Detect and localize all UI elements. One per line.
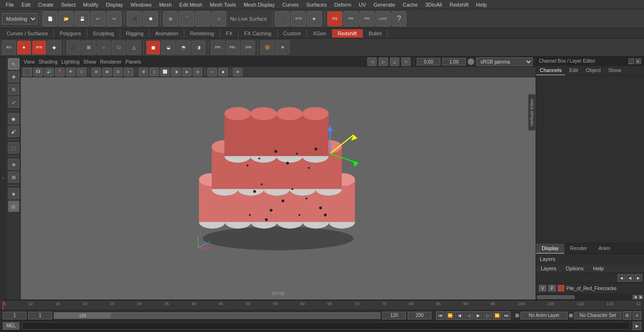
new-scene-btn[interactable]: 📄 xyxy=(42,11,58,26)
scale-tool-btn[interactable]: ⤢ xyxy=(8,97,19,108)
range-slider[interactable]: 120 xyxy=(54,312,380,319)
grid-icon-btn[interactable]: ⊞ xyxy=(82,40,96,55)
vp-loc-btn[interactable]: 📍 xyxy=(55,68,65,76)
pivot-btn[interactable]: ⊕ xyxy=(8,159,19,170)
tab-animation[interactable]: Animation xyxy=(149,29,184,38)
tab-fx[interactable]: FX xyxy=(220,29,239,38)
rs-pr-3[interactable]: ↓PR xyxy=(241,40,255,55)
vp-panels-menu[interactable]: Panels xyxy=(125,59,141,65)
camera-btn[interactable]: 🎥 xyxy=(275,11,290,26)
next-frame-btn[interactable]: ▷ xyxy=(483,311,492,320)
left-panel-toggle[interactable]: ≡ xyxy=(0,57,7,300)
prev-frame-btn[interactable]: ◀ xyxy=(455,311,463,320)
disp-tab-anim[interactable]: Anim xyxy=(593,243,616,254)
char-set-settings-btn[interactable]: ⚙ xyxy=(623,311,631,320)
render-btn[interactable]: ▶ xyxy=(307,11,322,26)
rs-icon-1[interactable]: ■ xyxy=(17,40,31,55)
snap-surface-btn[interactable]: ◇ xyxy=(211,11,226,26)
vp-grid-toggle[interactable]: ⊞ xyxy=(139,68,148,76)
vp-shading-menu[interactable]: Shading xyxy=(39,59,58,65)
layers-menu-help[interactable]: Help xyxy=(588,264,609,273)
rs-icon-2[interactable]: IPR xyxy=(32,40,46,55)
menu-mesh[interactable]: Mesh xyxy=(155,0,175,9)
rs-log-btn[interactable]: LOG xyxy=(375,11,390,26)
soft-select-btn[interactable]: ◉ xyxy=(8,113,19,124)
undo-btn[interactable]: ↩ xyxy=(91,11,106,26)
rv-btn[interactable]: RV xyxy=(2,40,16,55)
menu-cache[interactable]: Cache xyxy=(399,0,421,9)
cb-tab-channels[interactable]: Channels xyxy=(536,66,565,75)
menu-surfaces[interactable]: Surfaces xyxy=(303,0,330,9)
rs-mat-3[interactable]: ◓ xyxy=(176,40,190,55)
cam-up-btn[interactable]: △ xyxy=(390,57,399,66)
lasso-btn[interactable]: 🔲 xyxy=(143,11,158,26)
rs-btn-3[interactable]: PR xyxy=(359,11,374,26)
attribute-editor-tab[interactable]: Attribute Editor xyxy=(528,94,536,131)
menu-create[interactable]: Create xyxy=(34,0,58,9)
menu-curves[interactable]: Curves xyxy=(279,0,303,9)
menu-select[interactable]: Select xyxy=(58,0,80,9)
cam-down-btn[interactable]: ▽ xyxy=(401,57,411,66)
max-range-field[interactable]: 200 xyxy=(408,312,431,319)
transform-tool-btn[interactable]: ✥ xyxy=(8,71,19,82)
goto-start-btn[interactable]: ⏮ xyxy=(436,311,445,320)
tab-polygons[interactable]: Polygons xyxy=(54,29,87,38)
play-fwd-btn[interactable]: ▶ xyxy=(474,311,482,320)
rs-btn-2[interactable]: PR xyxy=(343,11,358,26)
menu-generate[interactable]: Generate xyxy=(370,0,399,9)
layer-v-btn[interactable]: V xyxy=(539,285,546,292)
menu-windows[interactable]: Windows xyxy=(127,0,156,9)
vp-eye-btn[interactable]: 👁 xyxy=(66,68,75,76)
vp-audio-btn[interactable]: 🔊 xyxy=(44,68,54,76)
cb-tab-object[interactable]: Object xyxy=(582,66,604,75)
vp-lighting-menu[interactable]: Lighting xyxy=(61,59,80,65)
tab-rigging[interactable]: Rigging xyxy=(120,29,149,38)
menu-display[interactable]: Display xyxy=(102,0,127,9)
open-scene-btn[interactable]: 📂 xyxy=(58,11,74,26)
menu-mesh-tools[interactable]: Mesh Tools xyxy=(206,0,239,9)
snap-grid-btn[interactable]: ⊞ xyxy=(163,11,178,26)
tab-sculpting[interactable]: Sculpting xyxy=(87,29,120,38)
select-tool-btn[interactable]: ↖ xyxy=(8,58,19,70)
scroll-left-btn[interactable]: ◀ xyxy=(633,295,637,300)
color-profile-btn[interactable] xyxy=(468,58,474,65)
vp-quality-btn[interactable]: ◇ xyxy=(207,68,217,76)
layer-p-btn[interactable]: P xyxy=(548,285,556,292)
cb-tab-show[interactable]: Show xyxy=(604,66,625,75)
save-scene-btn[interactable]: 💾 xyxy=(74,11,90,26)
tab-curves-surfaces[interactable]: Curves / Surfaces xyxy=(1,29,54,38)
rs-sphere-btn[interactable]: ◎ xyxy=(8,201,19,212)
snap-point-btn[interactable]: · xyxy=(195,11,210,26)
vp-camera-btn[interactable]: 🎥 xyxy=(23,68,32,76)
sphere-icon-btn[interactable]: ○ xyxy=(97,40,111,55)
rs-mat-2[interactable]: ◒ xyxy=(161,40,175,55)
scroll-right-btn[interactable]: ▶ xyxy=(638,295,643,300)
char-set-field[interactable]: No Character Set xyxy=(574,312,621,319)
tab-redshift[interactable]: Redshift xyxy=(332,29,363,38)
script-run-btn[interactable]: ▶ xyxy=(633,322,641,330)
menu-3dtoall[interactable]: 3DtoAll xyxy=(421,0,446,9)
vp-hq-btn[interactable]: ◆ xyxy=(218,68,228,76)
menu-modify[interactable]: Modify xyxy=(79,0,102,9)
menu-file[interactable]: File xyxy=(2,0,18,9)
vp-ao-btn[interactable]: ◎ xyxy=(193,68,202,76)
layer-arrow-right[interactable]: ▶ xyxy=(635,274,642,282)
vp-flat-btn[interactable]: ⊠ xyxy=(102,68,112,76)
select-btn[interactable]: ⬛ xyxy=(127,11,142,26)
menu-uv[interactable]: UV xyxy=(355,0,370,9)
char-set-extra-btn[interactable]: ≡ xyxy=(633,311,641,320)
cube-icon-btn[interactable]: ⬛ xyxy=(66,40,81,55)
vp-xray-btn[interactable]: ◈ xyxy=(182,68,191,76)
grid-btn[interactable]: ⊞ xyxy=(8,171,19,183)
ipr-btn[interactable]: IPR xyxy=(291,11,306,26)
layer-arrow-up[interactable]: ◀ xyxy=(626,274,634,282)
vp-movie-btn[interactable]: 🎞 xyxy=(33,68,43,76)
next-key-btn[interactable]: ⏩ xyxy=(493,311,501,320)
menu-edit[interactable]: Edit xyxy=(18,0,34,9)
vp-shad-btn[interactable]: ◑ xyxy=(171,68,181,76)
vp-iso-btn[interactable]: ⬡ xyxy=(77,68,86,76)
vp-wire-btn[interactable]: ⊟ xyxy=(91,68,101,76)
vp-view-menu[interactable]: View xyxy=(24,59,35,65)
redo-btn[interactable]: ↪ xyxy=(107,11,122,26)
paint-btn[interactable]: 🖌 xyxy=(8,126,19,137)
